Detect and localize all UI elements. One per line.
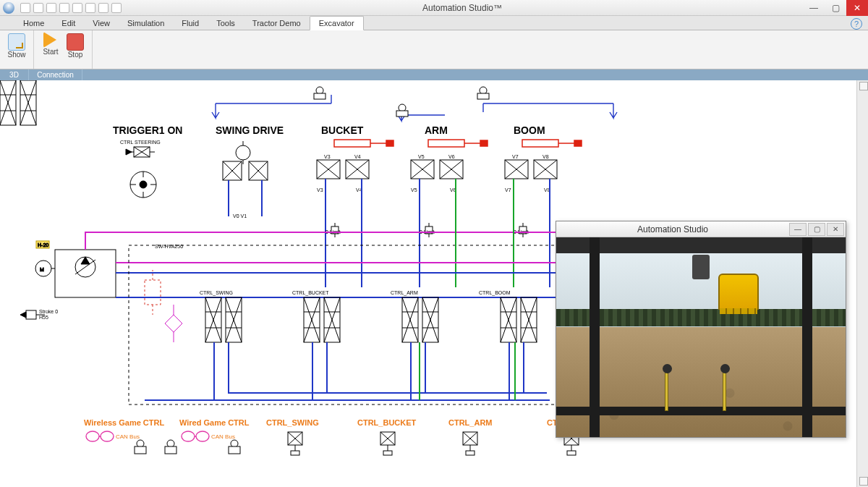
ribbon-panel: Show Start Stop	[0, 30, 868, 69]
tab-tractor[interactable]: Tractor Demo	[244, 17, 310, 30]
viewer-title: Automation Studio	[556, 224, 789, 234]
label-bucket: BUCKET	[321, 124, 364, 136]
viewer-max-button[interactable]: ▢	[808, 223, 825, 236]
qat-redo-split-icon[interactable]	[98, 3, 109, 13]
svg-text:H55: H55	[39, 315, 48, 320]
svg-rect-76	[383, 451, 392, 455]
svg-point-65	[182, 431, 195, 441]
svg-point-64	[101, 431, 114, 441]
svg-rect-5	[477, 93, 489, 99]
svg-text:V8: V8	[542, 154, 549, 159]
tab-excavator[interactable]: Excavator	[310, 16, 364, 30]
svg-text:V5: V5	[411, 187, 417, 192]
svg-text:V3: V3	[324, 154, 331, 159]
ribbon-tabs: Home Edit View Simulation Fluid Tools Tr…	[0, 16, 868, 30]
tab-fluid[interactable]: Fluid	[173, 17, 208, 30]
svg-text:V5: V5	[418, 154, 425, 159]
svg-text:CTRL_BOOM: CTRL_BOOM	[479, 290, 511, 296]
label-arm: ARM	[425, 124, 448, 136]
svg-text:V7: V7	[505, 187, 511, 192]
svg-text:V3: V3	[317, 187, 323, 192]
svg-text:CTRL_ARM: CTRL_ARM	[391, 290, 418, 296]
svg-text:CTRL_SWING: CTRL_SWING	[200, 290, 233, 296]
stop-button[interactable]: Stop	[63, 32, 88, 67]
ribbon-group-labels: 3D Connection	[0, 69, 868, 80]
svg-rect-13	[334, 140, 370, 147]
svg-text:CTRL_BUCKET: CTRL_BUCKET	[292, 290, 329, 296]
joystick-right-icon	[723, 370, 726, 411]
tab-view[interactable]: View	[84, 17, 119, 30]
pulley-icon	[692, 255, 710, 279]
tab-edit[interactable]: Edit	[53, 17, 84, 30]
viewer-3d-scene[interactable]	[556, 237, 846, 437]
svg-rect-78	[466, 451, 475, 455]
svg-marker-7	[126, 149, 132, 155]
label-boom: BOOM	[514, 124, 545, 136]
label-ctrlbucket: CTRL_BUCKET	[357, 418, 417, 427]
qat-redo-icon[interactable]	[85, 3, 95, 13]
svg-point-63	[86, 431, 99, 441]
viewer-3d-window[interactable]: Automation Studio — ▢ ✕	[556, 221, 846, 438]
svg-text:M: M	[40, 267, 44, 272]
svg-text:V7: V7	[512, 154, 519, 159]
label-ctrl-steering: CTRL STEERING	[120, 140, 161, 145]
svg-rect-51	[145, 280, 161, 305]
close-button[interactable]: ✕	[846, 0, 868, 16]
svg-rect-74	[291, 451, 299, 455]
qat-open-icon[interactable]	[33, 3, 43, 13]
viewer-min-button[interactable]: —	[789, 223, 807, 236]
svg-rect-70	[165, 446, 176, 454]
svg-rect-23	[428, 140, 464, 147]
qat-customize-icon[interactable]	[111, 3, 122, 13]
excavator-bucket-icon	[718, 274, 759, 310]
svg-text:H-20: H-20	[38, 242, 48, 247]
label-swing: SWING DRIVE	[216, 124, 284, 136]
label-v0v1: V0 V1	[233, 213, 247, 219]
joystick-left-icon	[665, 370, 668, 411]
stop-label: Stop	[68, 51, 83, 59]
svg-text:V4: V4	[354, 154, 361, 159]
title-bar: Automation Studio™ — ▢ ✕	[0, 0, 868, 16]
qat-undo-split-icon[interactable]	[72, 3, 82, 13]
label-ctrlswing: CTRL_SWING	[266, 418, 319, 427]
svg-marker-59	[20, 312, 26, 318]
label-stroke: Stroke 0	[39, 309, 58, 314]
start-button[interactable]: Start	[38, 32, 63, 67]
group-connection-label: Connection	[29, 69, 82, 80]
tab-home[interactable]: Home	[14, 17, 53, 30]
svg-rect-34	[574, 140, 582, 146]
play-icon	[43, 32, 64, 48]
svg-rect-33	[522, 140, 558, 147]
minimize-button[interactable]: —	[803, 0, 825, 16]
svg-text:CAN Bus: CAN Bus	[211, 433, 235, 440]
svg-text:V6: V6	[448, 154, 455, 159]
svg-point-66	[196, 431, 209, 441]
tab-tools[interactable]: Tools	[208, 17, 244, 30]
viewer-close-button[interactable]: ✕	[827, 223, 844, 236]
viewer-titlebar[interactable]: Automation Studio — ▢ ✕	[556, 221, 846, 237]
show-button[interactable]: Show	[4, 32, 29, 67]
svg-rect-49	[129, 245, 566, 405]
svg-rect-14	[386, 140, 393, 146]
diagram-workspace[interactable]: TRIGGER1 ON SWING DRIVE BUCKET ARM BOOM …	[0, 80, 868, 487]
svg-point-10	[236, 145, 250, 160]
qat-undo-icon[interactable]	[59, 3, 69, 13]
label-trigger: TRIGGER1 ON	[113, 124, 182, 136]
tab-simulation[interactable]: Simulation	[119, 17, 173, 30]
start-label: Start	[43, 48, 58, 56]
qat-save-icon[interactable]	[46, 3, 56, 13]
label-wireless: Wireless Game CTRL	[84, 418, 164, 427]
svg-rect-72	[229, 446, 240, 454]
svg-rect-80	[567, 451, 576, 455]
label-wired: Wired Game CTRL	[179, 418, 250, 427]
vertical-scrollbar[interactable]	[856, 80, 868, 487]
maximize-button[interactable]: ▢	[825, 0, 846, 16]
svg-rect-58	[26, 310, 36, 319]
qat-new-icon[interactable]	[20, 3, 30, 13]
svg-rect-1	[314, 93, 326, 99]
svg-rect-3	[396, 111, 408, 117]
svg-text:SW-HVA250: SW-HVA250	[155, 244, 183, 249]
app-logo-icon	[3, 2, 14, 14]
help-icon[interactable]: ?	[851, 18, 862, 30]
svg-text:CAN Bus: CAN Bus	[116, 433, 140, 440]
